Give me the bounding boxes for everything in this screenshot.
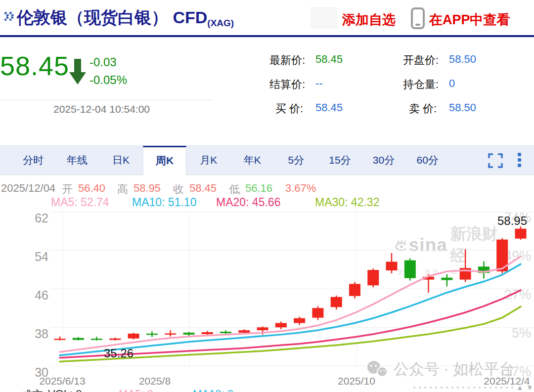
svg-text:2025/8: 2025/8 [139,375,171,387]
price-change-percent: -0.05% [89,73,127,87]
quote-open-value: 58.50 [449,53,476,66]
scroll-down-arrow[interactable]: ▼ [526,383,534,392]
wechat-watermark: 公众号 · 如松平台 [366,359,515,380]
svg-text:27%: 27% [504,287,531,302]
phone-icon [410,7,425,29]
quote-divider [0,100,214,100]
tab-30min[interactable]: 30分 [362,146,406,174]
header-divider [0,35,534,37]
volume-ma10: MA10: 0 [193,388,233,392]
svg-text:58.95: 58.95 [497,214,527,227]
quote-ask-value: 58.50 [449,101,476,114]
tab-year-line[interactable]: 年线 [55,146,99,174]
quote-bid-value: 58.45 [315,101,343,114]
quote-open-interest-label: 持仓量: [403,77,439,92]
tab-fenshi[interactable]: 分时 [11,146,55,174]
quote-open-label: 开盘价: [403,53,439,68]
quote-latest-label: 最新价: [269,53,305,68]
down-arrow-icon [69,59,87,86]
quote-ask-label: 卖 价: [409,101,437,116]
volume-ma5: MA5: 0 [119,388,153,392]
tab-month-k[interactable]: 月K [186,146,230,174]
price-change: -0.03 [89,55,117,69]
more-menu-icon[interactable] [517,152,522,168]
quote-timestamp: 2025-12-04 10:54:00 [53,103,150,115]
quote-latest-value: 58.45 [315,53,343,66]
quote-page: 伦敦银（现货白银） CFD(XAG) 添加自选 在APP中查看 58.45 -0… [0,0,534,392]
svg-text:38: 38 [35,327,48,341]
tab-day-k[interactable]: 日K [99,146,143,174]
volume-section-label: 成交 [21,388,43,392]
svg-text:46: 46 [35,288,48,302]
period-tabbar: 分时年线日K周K月K年K5分15分30分60分 [0,145,534,175]
svg-text:5%: 5% [512,326,531,341]
pager-dots [413,387,513,389]
svg-text:54: 54 [35,250,48,263]
svg-text:62: 62 [35,211,48,225]
tab-week-k[interactable]: 周K [143,146,187,175]
scroll-up-arrow[interactable]: ▲ [516,383,524,392]
pixel-chevrons-icon [3,10,15,23]
quote-settle-value: -- [315,77,323,90]
tab-5min[interactable]: 5分 [274,146,318,174]
last-price: 58.45 [0,50,69,81]
wechat-icon [366,360,389,379]
svg-text:35.26: 35.26 [104,347,134,360]
page-title: 伦敦银（现货白银） CFD(XAG) [17,6,234,29]
tab-15min[interactable]: 15分 [318,146,362,174]
symbol-code: (XAG) [207,18,234,28]
volume-value: VOL: 0 [48,388,82,392]
tab-60min[interactable]: 60分 [405,146,449,174]
watchlist-icon-box[interactable] [311,7,337,29]
quote-settle-label: 结算价: [269,77,305,92]
add-watchlist-button[interactable]: 添加自选 [342,11,396,29]
view-in-app-link[interactable]: 在APP中查看 [429,11,510,29]
quote-bid-label: 买 价: [275,101,303,116]
svg-text:2025/6/13: 2025/6/13 [39,375,85,387]
svg-text:49%: 49% [504,249,531,263]
tab-year-k[interactable]: 年K [230,146,274,174]
quote-open-interest-value: 0 [449,77,455,90]
fullscreen-icon[interactable] [488,153,503,169]
